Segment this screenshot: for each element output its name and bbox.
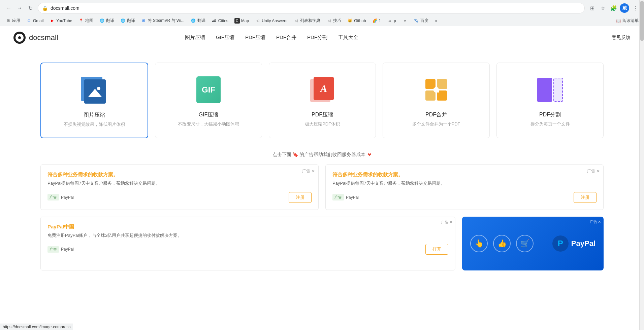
- bookmark-cities-label: Cities: [218, 19, 228, 23]
- nav-pdf-compress[interactable]: PDF压缩: [245, 33, 265, 42]
- tool-card-pdf-merge[interactable]: PDF合并 多个文件合并为一个PDF: [383, 63, 490, 138]
- bookmark-baidu-label: 百度: [420, 18, 428, 24]
- paypal-ad-label[interactable]: 广告 ✕: [441, 220, 452, 225]
- ad-label-1[interactable]: 广告 ✕: [302, 168, 315, 174]
- ad-label-2[interactable]: 广告 ✕: [587, 168, 600, 174]
- bookmark-tips-label: 技巧: [333, 18, 341, 24]
- bookmark-translate3-label: 翻译: [197, 18, 205, 24]
- bookmark-tips[interactable]: ◁ 技巧: [324, 17, 344, 25]
- logo-dot: [18, 36, 21, 39]
- bookmark-map[interactable]: 📍 地图: [76, 17, 96, 25]
- nav-image-compress[interactable]: 图片压缩: [185, 33, 205, 42]
- cmap-icon: C: [234, 18, 240, 24]
- scrollbar-thumb[interactable]: [640, 1, 644, 41]
- ad-company-2: PayPal: [346, 195, 359, 200]
- bookmark-1[interactable]: 🌈 1: [369, 17, 384, 25]
- heart-icon: ❤: [367, 152, 372, 157]
- bookmark-translate1[interactable]: 🌐 翻译: [97, 17, 117, 25]
- translate3-icon: 🌐: [191, 18, 196, 24]
- bookmark-youtube[interactable]: ▶ YouTube: [47, 17, 75, 25]
- ad-title-2: 符合多种业务需求的收款方案。: [332, 172, 597, 178]
- svg-rect-8: [435, 90, 438, 93]
- paypal-banner-ad-x[interactable]: ✕: [598, 220, 601, 224]
- extensions-button[interactable]: 🧩: [609, 3, 618, 13]
- translate1-icon: 🌐: [99, 18, 105, 24]
- refresh-button[interactable]: ↻: [26, 3, 35, 13]
- nav-pdf-split[interactable]: PDF分割: [307, 33, 327, 42]
- ad-notice: 点击下面 🔖 的广告帮助我们收回服务器成本 ❤: [40, 152, 604, 158]
- list-icon: ◁: [293, 18, 299, 24]
- image-compress-icon: [77, 77, 111, 104]
- ad-title-1: 符合多种业务需求的收款方案。: [47, 172, 312, 178]
- bookmark-more[interactable]: »: [432, 17, 440, 24]
- bookmark-baidu[interactable]: 🐾 百度: [411, 17, 431, 25]
- bookmark-list[interactable]: ◁ 列表和字典: [291, 17, 323, 25]
- bookmark-translate1-label: 翻译: [106, 18, 114, 24]
- ad-footer-2: 广告 PayPal 注册: [332, 192, 597, 203]
- paypal-ad-x[interactable]: ✕: [449, 220, 452, 224]
- nav-pdf-merge[interactable]: PDF合并: [276, 33, 296, 42]
- bookmark-unity[interactable]: ◁ Unity Answers: [252, 17, 290, 25]
- paypal-banner[interactable]: 广告 ✕ 👆 👍: [462, 217, 604, 270]
- tool-card-pdf-compress[interactable]: A PDF压缩 极大压缩PDF体积: [269, 63, 376, 138]
- paypal-open-btn[interactable]: 打开: [425, 244, 448, 255]
- nav-tools[interactable]: 工具大全: [338, 33, 358, 42]
- bookmark-github[interactable]: 🐱 Github: [345, 17, 368, 25]
- bookmark-youtube-label: YouTube: [56, 19, 72, 23]
- menu-button[interactable]: ⋮: [631, 3, 640, 13]
- bookmark-cities[interactable]: 🏙 Cities: [209, 17, 231, 25]
- ad-x-2[interactable]: ✕: [597, 169, 600, 174]
- forward-button[interactable]: →: [15, 3, 24, 13]
- reading-mode-button[interactable]: 📖 阅读清单: [613, 17, 641, 25]
- main-area: 图片压缩 不损失视觉效果，降低图片体积 GIF GIF压缩 不改变尺寸，大幅减小…: [0, 49, 644, 297]
- address-bar[interactable]: 🔒 docsmall.com: [38, 3, 585, 13]
- pdf-split-title: PDF分割: [539, 111, 561, 118]
- register-btn-1[interactable]: 注册: [289, 192, 312, 203]
- ad-footer-1: 广告 PayPal 注册: [47, 192, 312, 203]
- pdf-split-desc: 拆分为每页一个文件: [530, 121, 570, 127]
- lock-icon: 🔒: [42, 5, 48, 11]
- grid-button[interactable]: ⊞: [587, 3, 597, 13]
- bookmarks-bar: ⊞ 应用 G Gmail ▶ YouTube 📍 地图 🌐 翻译 🌐 翻译 ⊞ …: [0, 16, 644, 26]
- bookmark-translate2[interactable]: 🌐 翻译: [118, 17, 138, 25]
- pp-thumb-icon: 👍: [497, 239, 507, 248]
- pp-cart-circle: 🛒: [516, 235, 534, 252]
- paypal-middle-icons: 👍: [493, 235, 511, 252]
- back-button[interactable]: ←: [4, 3, 13, 13]
- browser-chrome: ← → ↻ 🔒 docsmall.com ⊞ ☆ 🧩 戴 ⋮ ⊞ 应用 G Gm…: [0, 0, 644, 26]
- bookmark-p[interactable]: ∞ p: [384, 17, 399, 25]
- status-url: https://docsmall.com/image-compress: [3, 325, 70, 329]
- star-button[interactable]: ☆: [598, 3, 608, 13]
- bookmark-translate3[interactable]: 🌐 翻译: [188, 17, 208, 25]
- site-logo[interactable]: docsmall: [13, 32, 58, 44]
- bookmark-e[interactable]: e: [399, 17, 410, 25]
- scrollbar-track[interactable]: [639, 0, 644, 329]
- ad-x-1[interactable]: ✕: [312, 169, 315, 174]
- gmail-icon: G: [26, 18, 32, 24]
- tool-card-gif-compress[interactable]: GIF GIF压缩 不改变尺寸，大幅减小动图体积: [155, 63, 262, 138]
- paypal-cart-icon: 🛒: [516, 235, 534, 252]
- gif-compress-title: GIF压缩: [199, 111, 219, 118]
- profile-button[interactable]: 戴: [620, 3, 629, 13]
- ad-badge-2: 广告: [332, 194, 344, 200]
- svg-rect-1: [437, 79, 447, 89]
- bookmark-apps[interactable]: ⊞ 应用: [3, 17, 23, 25]
- register-btn-2[interactable]: 注册: [574, 192, 597, 203]
- nav-gif-compress[interactable]: GIF压缩: [216, 33, 234, 42]
- bookmark-steamvr[interactable]: ⊞ 将 SteamVR 与 Wi...: [138, 17, 187, 25]
- pdf-merge-icon: [419, 76, 453, 103]
- tool-card-image-compress[interactable]: 图片压缩 不损失视觉效果，降低图片体积: [40, 63, 148, 138]
- reading-mode-label: 阅读清单: [622, 18, 639, 24]
- pdf-compress-title: PDF压缩: [312, 111, 333, 118]
- ad-badge-1: 广告: [47, 194, 59, 200]
- pp-cart-icon: 🛒: [520, 239, 529, 248]
- feedback-button[interactable]: 意见反馈: [612, 35, 631, 41]
- cities-icon: 🏙: [212, 18, 217, 24]
- pdf-merge-desc: 多个文件合并为一个PDF: [412, 121, 460, 127]
- map-icon: 📍: [78, 18, 84, 24]
- bookmark-gmail[interactable]: G Gmail: [24, 17, 46, 25]
- browser-top-bar: ← → ↻ 🔒 docsmall.com ⊞ ☆ 🧩 戴 ⋮: [0, 0, 644, 16]
- tool-card-pdf-split[interactable]: PDF分割 拆分为每页一个文件: [496, 63, 604, 138]
- bookmark-cmap[interactable]: C Map: [232, 17, 252, 25]
- paypal-banner-ad-text: 广告: [590, 219, 597, 224]
